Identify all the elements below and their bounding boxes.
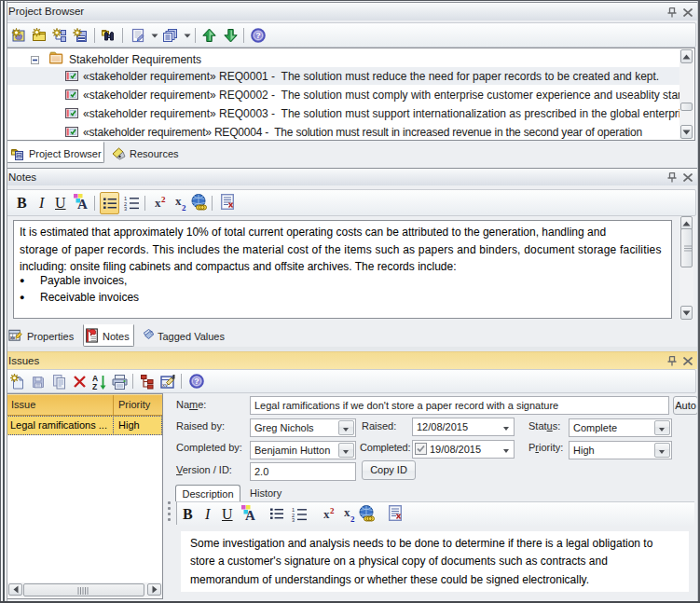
svg-text:3: 3 (292, 517, 295, 522)
svg-text:Z: Z (92, 382, 97, 391)
svg-text:x: x (155, 196, 161, 210)
svg-text:x: x (323, 507, 330, 521)
svg-text:x: x (344, 507, 350, 519)
svg-text:?: ? (194, 377, 199, 386)
svg-text:x: x (175, 196, 182, 208)
svg-text:?: ? (255, 31, 261, 40)
svg-text:2: 2 (161, 196, 166, 204)
svg-text:2: 2 (330, 507, 335, 515)
svg-text:2: 2 (182, 203, 186, 212)
svg-text:xv: xv (10, 335, 16, 340)
svg-text:2: 2 (350, 514, 355, 523)
svg-text:3: 3 (124, 206, 127, 211)
